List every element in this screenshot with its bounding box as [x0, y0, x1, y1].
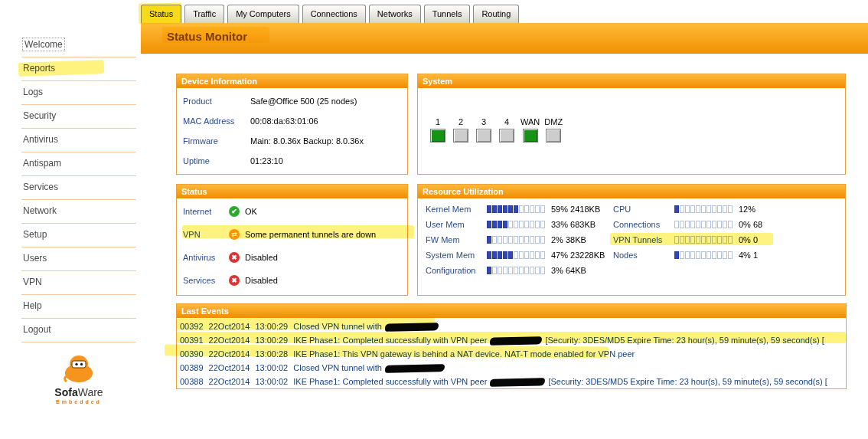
meter-segment [712, 221, 716, 228]
meter-segment [696, 221, 700, 228]
tab-routing[interactable]: Routing [473, 5, 519, 23]
meter [674, 236, 733, 244]
meter-segment [492, 221, 497, 228]
meter [674, 251, 733, 259]
last-events-title: Last Events [177, 304, 846, 318]
event-row-00388: 0038822Oct201413:00:02IKE Phase1: Comple… [180, 375, 846, 388]
sidebar-item-services[interactable]: Services [21, 176, 136, 200]
resource-label: FW Mem [426, 235, 487, 244]
meter-segment [717, 251, 722, 259]
sidebar-item-setup[interactable]: Setup [21, 224, 136, 247]
event-text: IKE Phase1: Completed successfully with … [293, 336, 487, 345]
sidebar-item-antivirus[interactable]: Antivirus [21, 129, 136, 152]
sidebar-item-users[interactable]: Users [21, 247, 136, 271]
device-info-value: Main: 8.0.36x Backup: 8.0.36x [250, 136, 364, 146]
sidebar-item-label: Network [23, 205, 57, 216]
resource-label: System Mem [426, 251, 487, 260]
meter-segment [498, 221, 502, 228]
meter-segment [524, 267, 529, 274]
sidebar-item-network[interactable]: Network [21, 200, 136, 224]
meter [487, 221, 545, 228]
event-id: 00388 [180, 377, 204, 386]
meter [487, 251, 545, 259]
sidebar-item-reports[interactable]: Reports [21, 57, 136, 81]
tab-networks[interactable]: Networks [369, 5, 421, 23]
resource-value: 2% 38KB [551, 235, 586, 244]
resource-row-system-mem: System Mem47% 23228KB [426, 247, 605, 263]
meter-segment [498, 236, 502, 244]
meter-segment [723, 251, 727, 259]
meter [487, 236, 545, 244]
status-error-icon: ✖ [229, 275, 240, 286]
meter-segment [685, 251, 690, 259]
meter [487, 267, 545, 274]
meter-segment [680, 236, 684, 244]
event-date: 22Oct2014 [209, 322, 250, 331]
meter-segment [503, 267, 507, 274]
meter-segment [535, 205, 540, 213]
redaction-mark [490, 336, 542, 345]
sidebar-item-antispam[interactable]: Antispam [21, 152, 136, 176]
meter-segment [498, 267, 502, 274]
tab-status[interactable]: Status [141, 5, 181, 23]
resource-value: 4% 1 [739, 251, 758, 260]
meter-segment [674, 236, 679, 244]
meter-segment [514, 221, 518, 228]
port-label: WAN [520, 117, 540, 126]
sidebar-item-welcome[interactable]: Welcome [21, 34, 136, 57]
resource-label: Configuration [426, 266, 487, 275]
resource-row-connections: Connections0% 68 [613, 217, 762, 232]
meter-segment [674, 251, 679, 259]
sidebar-item-security[interactable]: Security [21, 105, 136, 129]
sidebar-item-logs[interactable]: Logs [21, 81, 136, 105]
resource-left-column: Kernel Mem59% 2418KBUser Mem33% 683KBFW … [426, 201, 605, 278]
meter-segment [685, 205, 690, 213]
meter-segment [498, 251, 502, 259]
event-text: Closed VPN tunnel with [293, 322, 382, 331]
brand-tagline: Embedded [21, 399, 136, 405]
sidebar-item-label: Antispam [23, 158, 61, 169]
tab-my-computers[interactable]: My Computers [227, 5, 299, 23]
meter-segment [524, 221, 529, 228]
device-info-label: MAC Address [183, 116, 250, 126]
device-info-row-uptime: Uptime01:23:10 [177, 151, 407, 171]
meter-segment [508, 236, 513, 244]
sidebar-item-label: Antivirus [23, 134, 58, 145]
sidebar-item-vpn[interactable]: VPN [21, 271, 136, 295]
event-row-00391: 0039122Oct201413:00:29IKE Phase1: Comple… [180, 333, 846, 347]
meter-segment [503, 236, 507, 244]
tab-tunnels[interactable]: Tunnels [424, 5, 471, 23]
brand-name-bold: Sofa [54, 386, 77, 398]
meter-segment [530, 267, 534, 274]
resource-value: 0% 68 [739, 220, 762, 229]
sidebar: WelcomeReportsLogsSecurityAntivirusAntis… [21, 34, 136, 342]
resource-label: User Mem [426, 220, 487, 229]
status-row-antivirus: Antivirus✖Disabled [177, 246, 407, 269]
redaction-mark [385, 364, 445, 373]
port-led-3-off [476, 129, 491, 143]
tab-traffic[interactable]: Traffic [184, 5, 224, 23]
device-info-row-product: ProductSafe@Office 500 (25 nodes) [177, 91, 407, 111]
event-log: 0039222Oct201413:00:29Closed VPN tunnel … [177, 318, 846, 388]
tab-connections[interactable]: Connections [302, 5, 366, 23]
meter-segment [723, 221, 727, 228]
event-time: 13:00:02 [255, 363, 288, 372]
sidebar-item-help[interactable]: Help [21, 295, 136, 319]
resource-label: Nodes [613, 251, 674, 260]
sidebar-item-label: Logs [23, 87, 43, 97]
event-date: 22Oct2014 [209, 363, 250, 372]
meter-segment [503, 251, 507, 259]
sidebar-item-label: Logout [23, 324, 51, 335]
meter-segment [487, 236, 491, 244]
meter-segment [696, 251, 700, 259]
sidebar-item-logout[interactable]: Logout [21, 319, 136, 342]
device-info-label: Uptime [183, 156, 250, 165]
resource-row-user-mem: User Mem33% 683KB [426, 217, 605, 232]
meter-segment [514, 267, 518, 274]
meter-segment [717, 205, 722, 213]
meter-segment [503, 221, 507, 228]
meter-segment [540, 267, 545, 274]
status-warn-icon: ⇄ [229, 229, 240, 240]
meter-segment [723, 236, 727, 244]
meter-segment [706, 251, 711, 259]
